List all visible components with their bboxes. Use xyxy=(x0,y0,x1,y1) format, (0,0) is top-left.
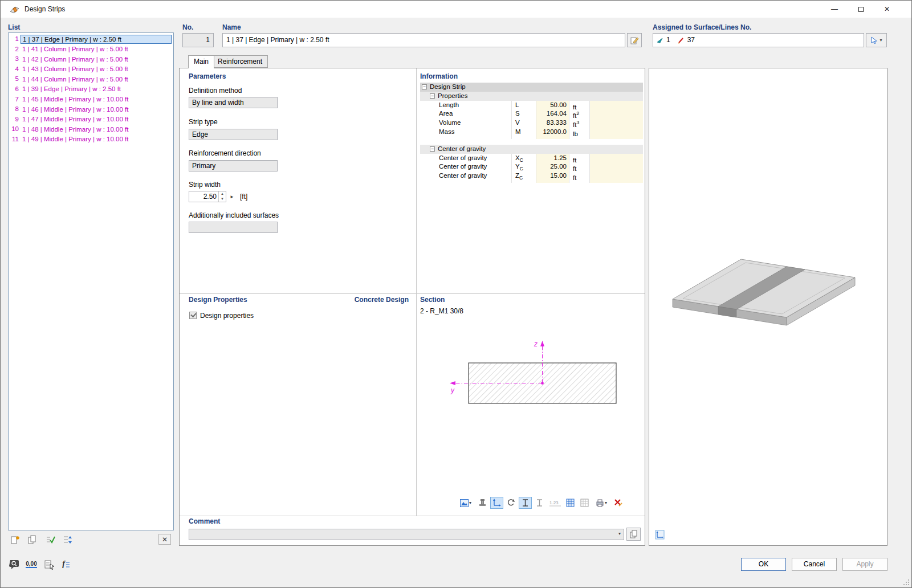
find-comment-button[interactable] xyxy=(7,557,22,571)
dimension-horizontal-toggle[interactable] xyxy=(533,497,546,509)
check-strips-button[interactable] xyxy=(43,534,57,546)
info-group-row[interactable]: −Center of gravity xyxy=(420,145,643,154)
info-symbol: M xyxy=(511,128,536,139)
ok-label: OK xyxy=(759,560,768,568)
slab-3d-view[interactable] xyxy=(656,242,883,339)
collapse-icon[interactable]: − xyxy=(422,84,427,89)
chevron-down-icon: ▾ xyxy=(605,500,607,505)
assigned-field[interactable]: 1 37 xyxy=(653,33,864,47)
list-item[interactable]: 61 | 39 | Edge | Primary | w : 2.50 ft xyxy=(9,84,173,95)
title-bar: Design Strips — ✕ xyxy=(1,1,911,18)
dimensions-values-toggle[interactable]: 1.23 xyxy=(547,497,563,509)
list-item[interactable]: 21 | 41 | Column | Primary | w : 5.00 ft xyxy=(9,44,173,55)
list-item-label: 1 | 39 | Edge | Primary | w : 2.50 ft xyxy=(21,84,172,94)
strip-width-value: 2.50 xyxy=(189,191,218,202)
strip-width-flyout-button[interactable]: ► xyxy=(228,191,236,202)
design-strip-list[interactable]: 11 | 37 | Edge | Primary | w : 2.50 ft 2… xyxy=(8,32,174,530)
reinforcement-direction-value: Primary xyxy=(192,162,215,170)
list-item[interactable]: 71 | 45 | Middle | Primary | w : 10.00 f… xyxy=(9,95,173,105)
edit-name-button[interactable] xyxy=(627,33,642,47)
info-data-row: Mass M 12000.0 lb xyxy=(420,128,643,137)
name-value: 1 | 37 | Edge | Primary | w : 2.50 ft xyxy=(226,36,329,44)
resize-grip[interactable] xyxy=(903,579,910,586)
design-properties-checkbox[interactable] xyxy=(189,312,197,319)
apply-button[interactable]: Apply xyxy=(842,558,887,571)
tab-reinforcement[interactable]: Reinforcement xyxy=(212,55,268,68)
select-via-list-button[interactable] xyxy=(42,557,56,571)
remove-view-button[interactable] xyxy=(612,497,625,509)
info-group-row[interactable]: −Properties xyxy=(420,92,643,101)
collapse-icon[interactable]: − xyxy=(430,146,435,152)
list-item[interactable]: 41 | 43 | Column | Primary | w : 5.00 ft xyxy=(9,64,173,75)
close-icon: ✕ xyxy=(884,5,890,13)
definition-method-field[interactable]: By line and width xyxy=(189,97,278,108)
name-field[interactable]: 1 | 37 | Edge | Primary | w : 2.50 ft xyxy=(222,33,625,47)
copy-comment-button[interactable] xyxy=(626,528,641,541)
axes-toggle-button[interactable] xyxy=(490,497,503,509)
copy-icon xyxy=(27,535,37,545)
renumber-strips-button[interactable] xyxy=(60,534,74,546)
ok-button[interactable]: OK xyxy=(741,558,786,571)
list-item[interactable]: 31 | 42 | Column | Primary | w : 5.00 ft xyxy=(9,54,173,64)
print-button[interactable]: ▾ xyxy=(592,497,610,509)
close-button[interactable]: ✕ xyxy=(874,1,900,18)
rotation-toggle-button[interactable] xyxy=(504,497,518,509)
list-item[interactable]: 81 | 46 | Middle | Primary | w : 10.00 f… xyxy=(9,104,173,115)
check-icon xyxy=(46,535,55,545)
grid-toggle-button[interactable] xyxy=(578,497,591,509)
list-item-number: 3 xyxy=(9,54,19,64)
maximize-button[interactable] xyxy=(848,1,874,18)
spin-up-icon[interactable]: ▲ xyxy=(219,191,226,197)
additional-surfaces-field[interactable] xyxy=(189,222,278,233)
comment-heading: Comment xyxy=(189,517,220,525)
new-strip-button[interactable] xyxy=(8,534,22,546)
strip-width-input[interactable]: 2.50 ▲ ▼ xyxy=(189,191,226,202)
units-icon: 0,00 xyxy=(26,561,36,568)
view-axes-button[interactable] xyxy=(653,528,666,541)
additional-surfaces-label: Additionally included surfaces xyxy=(189,211,279,219)
formula-lines-icon xyxy=(66,561,70,567)
info-data-row: Center of gravity YC 25.00 ft xyxy=(420,162,643,172)
cancel-button[interactable]: Cancel xyxy=(792,558,837,571)
info-rest xyxy=(589,128,643,139)
spin-down-icon[interactable]: ▼ xyxy=(219,197,226,202)
formula-button[interactable]: f xyxy=(59,557,74,571)
info-data-row: Center of gravity ZC 15.00 ft xyxy=(420,172,643,181)
collapse-icon[interactable]: − xyxy=(430,93,435,99)
design-strips-app-icon xyxy=(10,5,19,14)
info-value: 15.00 xyxy=(536,172,569,183)
result-table-button[interactable] xyxy=(564,497,577,509)
info-root-row[interactable]: −Design Strip xyxy=(420,83,643,92)
section-toolbar: ▾ 1.23 ▾ xyxy=(457,497,625,509)
side-arrow-icon: ► xyxy=(230,194,234,199)
list-item[interactable]: 11 | 37 | Edge | Primary | w : 2.50 ft xyxy=(9,34,173,44)
strip-type-field[interactable]: Edge xyxy=(189,129,278,140)
name-heading: Name xyxy=(222,23,241,31)
info-name: Center of gravity xyxy=(420,172,511,183)
list-item[interactable]: 91 | 47 | Middle | Primary | w : 10.00 f… xyxy=(9,115,173,125)
tab-main[interactable]: Main xyxy=(188,55,214,68)
minimize-button[interactable]: — xyxy=(821,1,848,18)
select-assigned-button[interactable]: ▾ xyxy=(866,33,887,47)
units-settings-button[interactable]: 0,00 xyxy=(24,557,39,571)
maximize-icon xyxy=(858,7,864,12)
comment-input[interactable]: ▾ xyxy=(189,529,624,540)
stamp-button[interactable] xyxy=(476,497,489,509)
assigned-lines-value: 37 xyxy=(687,34,695,47)
reinforcement-direction-field[interactable]: Primary xyxy=(189,160,278,172)
dimension-vertical-toggle[interactable] xyxy=(519,497,532,509)
list-item[interactable]: 111 | 49 | Middle | Primary | w : 10.00 … xyxy=(9,134,173,145)
delete-strip-button[interactable]: ✕ xyxy=(158,534,171,545)
strip-type-label: Strip type xyxy=(189,118,218,126)
copy-strip-button[interactable] xyxy=(25,534,39,546)
list-item-label: 1 | 49 | Middle | Primary | w : 10.00 ft xyxy=(21,134,172,144)
chevron-down-icon[interactable]: ▾ xyxy=(618,531,621,536)
strip-width-stepper[interactable]: ▲ ▼ xyxy=(218,191,226,202)
comment-search-icon xyxy=(9,559,20,570)
list-item[interactable]: 101 | 48 | Middle | Primary | w : 10.00 … xyxy=(9,124,173,134)
assigned-surface-value: 1 xyxy=(666,34,670,47)
y-axis-arrow xyxy=(450,381,455,385)
list-item[interactable]: 51 | 44 | Column | Primary | w : 5.00 ft xyxy=(9,74,173,84)
info-value: 12000.0 xyxy=(536,128,569,139)
view-image-button[interactable]: ▾ xyxy=(457,497,475,509)
